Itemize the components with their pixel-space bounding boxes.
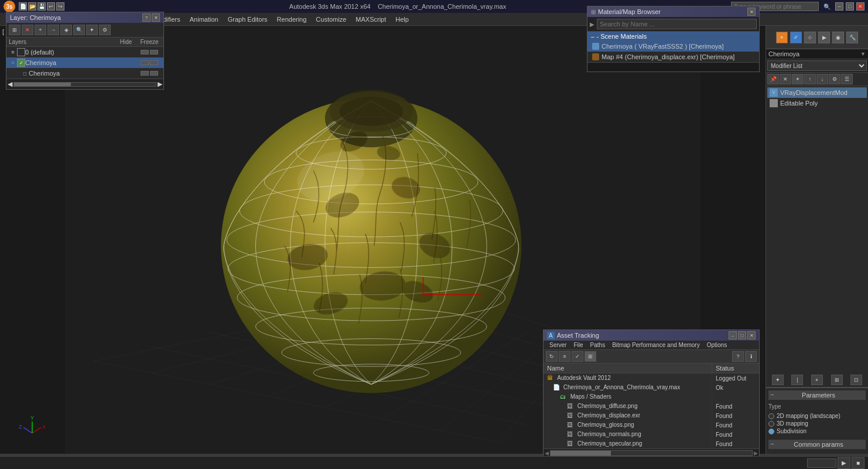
menu-rendering[interactable]: Rendering [272,15,312,24]
utilities-btn[interactable]: 🔧 [846,32,858,43]
asset-menu-server[interactable]: Server [546,341,570,349]
asset-scroll-track[interactable] [550,450,753,456]
hierarchy-btn[interactable]: ⊹ [804,32,816,43]
add-mod-btn[interactable]: + [792,74,804,84]
asset-row-specular[interactable]: 🖼 Cherimoya_specular.png Found [544,439,759,448]
env-light-btn[interactable]: ✦ [772,375,784,385]
pin-btn[interactable]: 📌 [767,74,779,84]
redo-btn[interactable]: ↪ [56,2,64,11]
layer-sel-btn[interactable]: ◈ [60,25,72,35]
asset-row-gloss[interactable]: 🖼 Cherimoya_gloss.png Found [544,420,759,430]
asset-menu-bitmap-perf[interactable]: Bitmap Performance and Memory [609,341,703,349]
layer-add-btn[interactable]: + [35,25,46,35]
scroll-thumb[interactable] [14,83,71,86]
asset-horizontal-scrollbar[interactable]: ◀ ▶ [544,448,759,457]
asset-row-diffuse[interactable]: 🖼 Cherimoya_diffuse.png Found [544,402,759,411]
stop-btn[interactable]: ■ [852,457,864,469]
asset-menu-paths[interactable]: Paths [587,341,609,349]
asset-close-btn[interactable]: ✕ [747,331,756,339]
mat-close-btn[interactable]: ✕ [747,8,756,16]
modifier-item-editable-poly[interactable]: Editable Poly [767,98,867,108]
freeze-box-mesh[interactable] [150,71,158,76]
asset-row-normals[interactable]: 🖼 Cherimoya_normals.png Found [544,430,759,439]
layer-settings-btn[interactable]: ⚙ [99,25,111,35]
minimize-btn[interactable]: – [835,2,843,11]
show-bones-btn[interactable]: ⊡ [850,375,862,385]
modifier-list-dropdown[interactable]: Modifier List [767,60,867,71]
create-tab-btn[interactable]: ✦ [776,32,788,43]
layer-vis-cherimoya [138,60,161,65]
asset-row-displace[interactable]: 🖼 Cherimoya_displace.exr Found [544,411,759,420]
hide-box-cherimoya[interactable] [141,60,149,65]
modifier-item-vray-displacement[interactable]: V VRayDisplacementMod [767,87,867,98]
time-slider[interactable] [807,458,836,468]
gloss-name: 🖼 Cherimoya_gloss.png [544,421,712,429]
asset-info-btn[interactable]: ℹ [745,351,757,362]
layer-row-default[interactable]: ≡ 0 (default) [6,47,163,57]
maximize-btn[interactable]: □ [846,2,854,11]
menu-help[interactable]: Help [391,15,414,24]
layer-highlight-btn[interactable]: ✦ [86,25,98,35]
hide-box-default[interactable] [141,50,149,55]
radio-subdivision[interactable]: Subdivision [768,427,866,435]
asset-scroll-thumb[interactable] [551,451,611,456]
menu-graph-editors[interactable]: Graph Editors [223,15,272,24]
menu-animation[interactable]: Animation [185,15,223,24]
asset-grid-btn[interactable]: ⊞ [585,351,596,362]
svg-point-39 [340,97,404,125]
viewport-btn[interactable]: | [791,375,803,385]
menu-customize[interactable]: Customize [311,15,351,24]
layer-help-btn[interactable]: ? [142,13,151,22]
material-item-map4[interactable]: Map #4 (Cherimoya_displace.exr) [Cherimo… [587,52,759,62]
layer-del-btn[interactable]: ✕ [22,25,33,35]
move-up-btn[interactable]: ↑ [804,74,816,84]
asset-refresh-btn[interactable]: ↻ [546,351,558,362]
freeze-box-default[interactable] [150,50,158,55]
asset-min-btn[interactable]: – [729,331,737,339]
asset-tracking-title-bar[interactable]: A Asset Tracking – □ ✕ [544,330,759,341]
scene-materials-header[interactable]: – - Scene Materials [587,32,759,41]
play-btn[interactable]: ▶ [838,457,850,469]
open-btn[interactable]: 📂 [28,2,36,11]
new-btn[interactable]: 📄 [19,2,27,11]
asset-max-btn[interactable]: □ [738,331,746,339]
layer-all-btn[interactable]: ⊞ [9,25,20,35]
delete-mod-btn[interactable]: ✕ [780,74,791,84]
freeze-box-cherimoya[interactable] [150,60,158,65]
material-item-vrayfastsss[interactable]: Cherimoya ( VRayFastSSS2 ) [Cherimoya] [587,41,759,52]
menu-maxscript[interactable]: MAXScript [351,15,391,24]
layer-find-btn[interactable]: 🔍 [73,25,85,35]
show-all-btn[interactable]: ☰ [841,74,853,84]
layer-move-btn[interactable]: → [47,25,59,35]
layer-row-cherimoya-mesh[interactable]: ◻ Cherimoya [6,68,163,79]
material-browser-title-bar[interactable]: ⊞ Material/Map Browser ✕ [587,6,759,17]
asset-row-vault[interactable]: 🏛 Autodesk Vault 2012 Logged Out [544,373,759,383]
snap-btn[interactable]: ⊞ [831,375,843,385]
layer-title-bar[interactable]: Layer: Cherimoya ? ✕ [6,12,163,23]
undo-btn[interactable]: ↩ [47,2,55,11]
asset-row-maps-shaders[interactable]: 🗂 Maps / Shaders [544,392,759,402]
radio-2d-mapping[interactable]: 2D mapping (landscape) [768,412,866,420]
layer-close-btn[interactable]: ✕ [152,13,160,22]
radio-3d-mapping[interactable]: 3D mapping [768,420,866,427]
wire-btn[interactable]: ⌖ [811,375,823,385]
display-btn[interactable]: ◉ [832,32,844,43]
asset-menu-file[interactable]: File [570,341,586,349]
asset-row-main-file[interactable]: 📄 Cherimoya_or_Annona_Cherimola_vray.max… [544,383,759,392]
modify-tab-btn[interactable]: ✐ [790,32,802,43]
move-down-btn[interactable]: ↓ [816,74,828,84]
save-btn[interactable]: 💾 [37,2,46,11]
asset-list-btn[interactable]: ≡ [559,351,570,362]
asset-help-btn[interactable]: ? [732,351,744,362]
close-btn[interactable]: ✕ [856,2,864,11]
asset-menu-options[interactable]: Options [703,341,730,349]
layer-scrollbar[interactable]: ◀ ▶ [6,79,163,89]
show-config-btn[interactable]: ⚙ [829,74,840,84]
mat-search-input[interactable] [597,19,757,29]
hide-box-mesh[interactable] [141,71,149,76]
motion-btn[interactable]: ▶ [818,32,830,43]
svg-text:Y: Y [30,415,34,421]
layer-row-cherimoya[interactable]: ≡ ✓ Cherimoya [6,57,163,68]
scroll-track[interactable] [13,82,156,87]
asset-check-btn[interactable]: ✓ [572,351,583,362]
